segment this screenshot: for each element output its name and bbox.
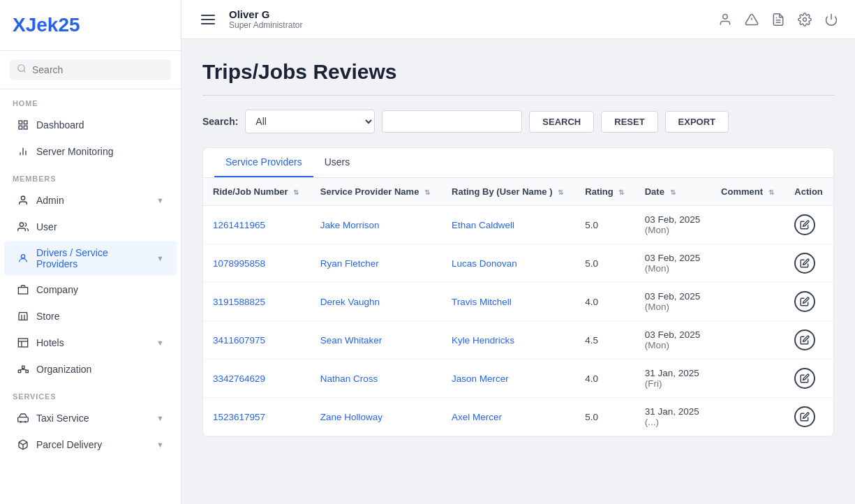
table-row: 3342764629 Nathan Cross Jason Mercer 4.0… <box>203 360 833 398</box>
sidebar-item-company[interactable]: Company <box>4 277 177 302</box>
table-tabs: Service Providers Users <box>203 148 833 178</box>
svg-line-1 <box>24 71 26 73</box>
svg-rect-5 <box>24 126 27 129</box>
cell-rating: 5.0 <box>575 244 634 283</box>
tab-service-providers[interactable]: Service Providers <box>214 148 313 177</box>
provider-link[interactable]: Jake Morrison <box>320 220 380 230</box>
sidebar-item-admin[interactable]: Admin ▼ <box>4 188 177 213</box>
sidebar-item-parcel-delivery[interactable]: Parcel Delivery ▼ <box>4 432 177 457</box>
rating-by-link[interactable]: Jason Mercer <box>452 373 509 384</box>
cell-comment <box>711 283 785 321</box>
svg-rect-3 <box>24 121 27 124</box>
cell-provider: Ryan Fletcher <box>311 244 442 283</box>
cell-provider: Zane Holloway <box>311 398 442 436</box>
svg-rect-14 <box>18 370 20 372</box>
cell-action <box>785 283 833 321</box>
edit-action-button[interactable] <box>794 253 815 274</box>
cell-rating-by: Jason Mercer <box>442 360 575 398</box>
sidebar-item-user[interactable]: User <box>4 214 177 239</box>
topbar-document-button[interactable] <box>771 13 785 27</box>
chevron-down-icon: ▼ <box>156 196 164 205</box>
cell-action <box>785 321 833 360</box>
filter-label: Search: <box>202 116 238 127</box>
rating-by-link[interactable]: Lucas Donovan <box>452 258 517 269</box>
hamburger-line-1 <box>201 15 215 16</box>
sidebar-item-dashboard[interactable]: Dashboard <box>4 112 177 138</box>
sidebar-item-drivers-service[interactable]: Drivers / Service Providers ▼ <box>4 241 177 276</box>
filter-bar: Search: All Ride/Job Number Service Prov… <box>202 110 834 133</box>
main-content: Oliver G Super Administrator Trips/Jobs … <box>181 0 855 504</box>
sidebar-item-organization[interactable]: Organization <box>4 357 177 382</box>
sidebar-item-store[interactable]: Store <box>4 304 177 329</box>
provider-link[interactable]: Ryan Fletcher <box>320 258 379 269</box>
filter-text-input[interactable] <box>382 110 522 133</box>
section-services-label: SERVICES <box>0 383 181 405</box>
ride-job-link[interactable]: 3411607975 <box>213 335 265 346</box>
ride-job-link[interactable]: 3342764629 <box>213 373 265 384</box>
rating-by-link[interactable]: Axel Mercer <box>452 412 502 422</box>
rating-by-link[interactable]: Ethan Caldwell <box>452 220 514 230</box>
cell-rating-by: Ethan Caldwell <box>442 206 575 244</box>
cell-ride-job: 1078995858 <box>203 244 311 283</box>
provider-link[interactable]: Derek Vaughn <box>320 297 380 307</box>
cell-comment <box>711 321 785 360</box>
col-ride-job: Ride/Job Number ⇅ <box>203 178 311 206</box>
section-members-label: MEMBERS <box>0 165 181 187</box>
sidebar-item-drivers-service-label: Drivers / Service Providers <box>36 247 149 269</box>
sidebar-item-user-label: User <box>36 221 57 232</box>
search-button[interactable]: SEARCH <box>529 111 594 133</box>
ride-job-link[interactable]: 3191588825 <box>213 297 265 307</box>
edit-action-button[interactable] <box>794 406 815 427</box>
export-button[interactable]: EXPORT <box>665 111 729 133</box>
grid-icon <box>17 119 29 131</box>
provider-link[interactable]: Nathan Cross <box>320 373 378 384</box>
sidebar-item-taxi-service[interactable]: Taxi Service ▼ <box>4 406 177 431</box>
sort-icon: ⇅ <box>558 188 563 196</box>
ride-job-link[interactable]: 1523617957 <box>213 412 265 422</box>
rating-by-link[interactable]: Kyle Hendricks <box>452 335 514 346</box>
sort-icon: ⇅ <box>293 188 299 196</box>
cell-date: 03 Feb, 2025(Mon) <box>635 321 711 360</box>
topbar-person-button[interactable] <box>718 13 732 27</box>
sort-icon: ⇅ <box>768 188 774 196</box>
ride-job-link[interactable]: 1261411965 <box>213 220 265 230</box>
svg-rect-15 <box>22 366 24 368</box>
topbar-alert-button[interactable] <box>745 13 759 27</box>
cell-action <box>785 206 833 244</box>
sidebar-item-server-monitoring[interactable]: Server Monitoring <box>4 139 177 164</box>
cell-action <box>785 244 833 283</box>
col-rating: Rating ⇅ <box>575 178 634 206</box>
cell-date: 03 Feb, 2025(Mon) <box>635 283 711 321</box>
svg-point-24 <box>723 14 728 19</box>
section-home-label: HOME <box>0 89 181 112</box>
svg-rect-20 <box>18 417 29 422</box>
table-header-row: Ride/Job Number ⇅ Service Provider Name … <box>203 178 833 206</box>
rating-by-link[interactable]: Travis Mitchell <box>452 297 512 307</box>
person-icon <box>17 194 29 207</box>
table-card: Service Providers Users Ride/Job Number … <box>202 147 834 437</box>
edit-action-button[interactable] <box>794 291 815 312</box>
hamburger-button[interactable] <box>198 12 218 27</box>
sidebar-item-admin-label: Admin <box>36 195 64 206</box>
ride-job-link[interactable]: 1078995858 <box>213 258 265 269</box>
table-row: 3411607975 Sean Whitaker Kyle Hendricks … <box>203 321 833 360</box>
edit-action-button[interactable] <box>794 214 815 235</box>
provider-link[interactable]: Sean Whitaker <box>320 335 382 346</box>
sidebar-item-hotels[interactable]: Hotels ▼ <box>4 330 177 355</box>
reset-button[interactable]: RESET <box>601 111 657 133</box>
cell-provider: Jake Morrison <box>311 206 442 244</box>
cell-action <box>785 360 833 398</box>
store-icon <box>17 310 29 323</box>
filter-dropdown[interactable]: All Ride/Job Number Service Provider Nam… <box>245 110 375 133</box>
topbar-power-button[interactable] <box>824 13 838 27</box>
parcel-icon <box>17 438 29 451</box>
provider-link[interactable]: Zane Holloway <box>320 412 382 422</box>
svg-rect-12 <box>18 288 27 294</box>
topbar-gear-button[interactable] <box>798 13 812 27</box>
tab-users[interactable]: Users <box>313 148 362 177</box>
search-input[interactable] <box>32 64 164 75</box>
edit-action-button[interactable] <box>794 329 815 350</box>
table-row: 1078995858 Ryan Fletcher Lucas Donovan 5… <box>203 244 833 283</box>
edit-action-button[interactable] <box>794 368 815 389</box>
hotel-icon <box>17 336 29 349</box>
